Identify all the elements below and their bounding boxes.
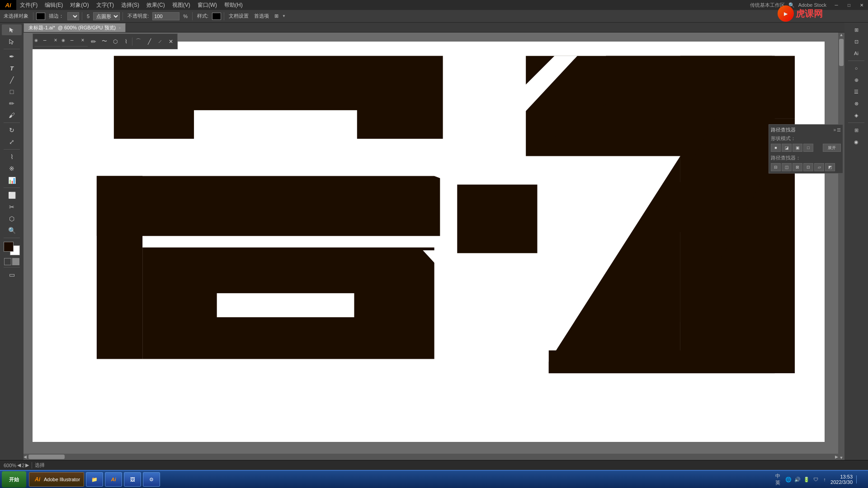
- extra-float-tool[interactable]: ✕: [166, 37, 176, 47]
- right-panel-btn-7[interactable]: ⊗: [846, 98, 866, 109]
- menu-edit[interactable]: 编辑(E): [41, 0, 66, 10]
- first-option-btn[interactable]: 首选项: [252, 12, 271, 20]
- active-tab[interactable]: 未标题-1.ai* @ 600% (RGB/GPU 预览) ×: [24, 23, 126, 32]
- rotate-tool[interactable]: ↻: [2, 125, 22, 136]
- minus-front-icon[interactable]: ◪: [782, 144, 792, 152]
- right-panel-btn-1[interactable]: ⊞: [846, 24, 866, 35]
- foreground-color-swatch[interactable]: [4, 242, 14, 252]
- menu-window[interactable]: 窗口(W): [194, 0, 221, 10]
- taskbar-app-ai2[interactable]: Ai: [105, 472, 122, 487]
- menu-text[interactable]: 文字(T): [93, 0, 118, 10]
- warp-tool[interactable]: ⌇: [2, 151, 22, 162]
- vertical-scrollbar[interactable]: ▲ ▼: [838, 33, 844, 460]
- systray-battery-icon[interactable]: 🔋: [802, 475, 811, 483]
- show-desktop-btn[interactable]: [856, 475, 864, 483]
- toolbar-dropdown-arrow[interactable]: ▼: [282, 14, 286, 18]
- menu-effect[interactable]: 效果(C): [143, 0, 169, 10]
- merge-icon[interactable]: ⊠: [793, 163, 802, 171]
- menu-file[interactable]: 文件(F): [16, 0, 41, 10]
- systray-shield-icon[interactable]: 🛡: [811, 475, 820, 483]
- scroll-thumb-horizontal[interactable]: [28, 455, 65, 459]
- align-icon[interactable]: ⊞: [273, 12, 280, 20]
- path-erase-float-tool[interactable]: ⬡: [110, 37, 120, 47]
- systray-update-icon[interactable]: ↑: [821, 475, 829, 483]
- right-panel-btn-8[interactable]: ◈: [846, 110, 866, 121]
- taskbar-app-gallery[interactable]: 🖼: [124, 472, 141, 487]
- type-tool[interactable]: T: [2, 63, 22, 74]
- pencil-float-tool[interactable]: ✏: [89, 37, 99, 47]
- menu-object[interactable]: 对象(O): [66, 0, 92, 10]
- line-tool[interactable]: ╱: [2, 75, 22, 85]
- rect-tool[interactable]: □: [2, 86, 22, 97]
- trim-icon[interactable]: ◫: [782, 163, 792, 171]
- opacity-input[interactable]: [152, 12, 179, 20]
- toolbar-stroke-color[interactable]: [36, 13, 45, 20]
- shear-float-tool[interactable]: ⟋: [155, 37, 165, 47]
- menu-help[interactable]: 帮助(H): [221, 0, 246, 10]
- float-panel-close1[interactable]: ×: [51, 35, 61, 45]
- color-swatches[interactable]: [4, 242, 20, 255]
- symbol-tool[interactable]: ※: [2, 163, 22, 174]
- no-fill-indicator[interactable]: [4, 258, 11, 265]
- systray-speaker-icon[interactable]: 🔊: [793, 475, 802, 483]
- pencil-tool[interactable]: ✏: [2, 98, 22, 109]
- right-panel-btn-10[interactable]: ◉: [846, 136, 866, 147]
- change-screen-mode[interactable]: ▭: [2, 269, 22, 280]
- slice-tool[interactable]: ✂: [2, 202, 22, 212]
- right-panel-btn-3[interactable]: Ai: [846, 48, 866, 59]
- brush-tool[interactable]: 🖌: [2, 110, 22, 121]
- selection-tool[interactable]: [2, 24, 22, 35]
- maximize-button[interactable]: □: [843, 0, 855, 10]
- scroll-right-btn[interactable]: ▶: [835, 455, 838, 459]
- systray-lang-icon[interactable]: 中英: [775, 475, 783, 483]
- canvas-area[interactable]: [24, 33, 838, 460]
- panel-expand-btn[interactable]: »: [833, 127, 836, 132]
- scroll-left-btn[interactable]: ◀: [24, 455, 27, 459]
- intersect-icon[interactable]: ▣: [793, 144, 802, 152]
- scroll-up-btn[interactable]: ▲: [840, 33, 844, 37]
- right-panel-btn-2[interactable]: ⊡: [846, 36, 866, 47]
- doc-settings-btn[interactable]: 文档设置: [227, 12, 250, 20]
- smooth-float-tool[interactable]: 〜: [99, 37, 109, 47]
- taskbar-time-display[interactable]: 13:53 2022/3/30: [830, 474, 853, 485]
- float-panel-close2[interactable]: ×: [78, 35, 88, 45]
- taskbar-app-illustrator[interactable]: Ai Adobe Illustrator: [29, 472, 84, 487]
- zoom-next-btn[interactable]: ▶: [25, 462, 29, 468]
- artboard-tool[interactable]: ⬜: [2, 190, 22, 201]
- zoom-status[interactable]: 600% ◀ 2 ▶: [4, 462, 29, 468]
- right-panel-btn-6[interactable]: ☰: [846, 86, 866, 97]
- zoom-tool[interactable]: 🔍: [2, 225, 22, 236]
- divide-icon[interactable]: ⊟: [771, 163, 781, 171]
- zoom-prev-btn[interactable]: ◀: [17, 462, 21, 468]
- graph-tool[interactable]: 📊: [2, 175, 22, 186]
- unite-icon[interactable]: ■: [771, 144, 781, 152]
- line-float-tool[interactable]: ╱: [144, 37, 154, 47]
- horizontal-scrollbar[interactable]: ◀ ▶: [24, 454, 838, 460]
- style-box[interactable]: [212, 13, 221, 20]
- exclude-icon[interactable]: □: [803, 144, 813, 152]
- float-panel-collapse1[interactable]: –: [40, 35, 50, 45]
- minus-back-icon[interactable]: ◩: [825, 163, 835, 171]
- outline-icon[interactable]: ▱: [814, 163, 824, 171]
- scroll-thumb-vertical[interactable]: [839, 39, 844, 66]
- menu-select[interactable]: 选择(S): [118, 0, 143, 10]
- shape-select[interactable]: 点圆形: [93, 12, 120, 20]
- start-button[interactable]: 开始: [2, 471, 26, 488]
- systray-network-icon[interactable]: 🌐: [784, 475, 793, 483]
- taskbar-app-file-explorer[interactable]: 📁: [86, 472, 103, 487]
- scroll-down-btn[interactable]: ▼: [840, 455, 844, 460]
- tab-close-btn[interactable]: ×: [118, 26, 121, 30]
- panel-menu-btn[interactable]: ☰: [837, 127, 841, 132]
- minimize-button[interactable]: ─: [830, 0, 843, 10]
- crop-icon[interactable]: ⊡: [803, 163, 813, 171]
- taskbar-app-settings[interactable]: ⚙: [143, 472, 160, 487]
- pen-tool[interactable]: ✒: [2, 51, 22, 62]
- right-panel-btn-5[interactable]: ⊕: [846, 75, 866, 85]
- direct-selection-tool[interactable]: [2, 36, 22, 47]
- join-float-tool[interactable]: ⌇: [121, 37, 131, 47]
- scale-tool[interactable]: ⤢: [2, 136, 22, 147]
- menu-view[interactable]: 视图(V): [169, 0, 194, 10]
- curve-float-tool[interactable]: ⌒: [133, 37, 143, 47]
- close-button[interactable]: ✕: [855, 0, 868, 10]
- expand-shape-btn[interactable]: 展开: [823, 144, 841, 152]
